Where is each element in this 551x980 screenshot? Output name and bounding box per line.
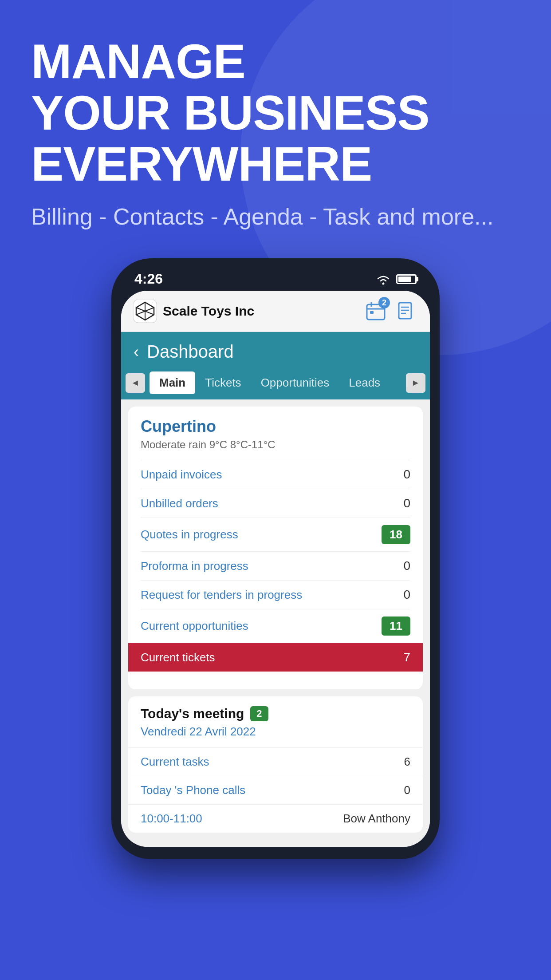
app-header-icons: 2 (364, 300, 417, 323)
tab-main[interactable]: Main (150, 371, 195, 394)
row-badge: 11 (382, 616, 410, 636)
main-card: Cupertino Moderate rain 9°C 8°C-11°C Unp… (128, 407, 423, 689)
meeting-row-tasks[interactable]: Current tasks 6 (128, 747, 423, 776)
back-button[interactable]: ‹ (134, 343, 139, 361)
row-value: 0 (393, 588, 410, 602)
phone-outer: 4:26 (111, 258, 440, 859)
calendar-badge: 2 (378, 297, 390, 308)
app-logo-area: Scale Toys Inc (134, 300, 254, 323)
meeting-row-time: 10:00-11:00 (141, 812, 202, 826)
meeting-badge: 2 (250, 706, 268, 721)
status-right (376, 273, 417, 285)
dashboard-content: Cupertino Moderate rain 9°C 8°C-11°C Unp… (121, 399, 430, 847)
meeting-row-calls[interactable]: Today 's Phone calls 0 (128, 776, 423, 804)
hero-section: MANAGE YOUR BUSINESS EVERYWHERE Billing … (0, 0, 551, 232)
tabs-bar: ◄ Main Tickets Opportunities Leads ► (121, 371, 430, 399)
company-name: Scale Toys Inc (163, 304, 254, 319)
history-button[interactable] (394, 300, 417, 323)
city-name: Cupertino (141, 417, 410, 436)
dashboard-bar: ‹ Dashboard (121, 332, 430, 371)
row-value: 0 (393, 467, 410, 482)
battery-icon (396, 274, 417, 284)
row-label: Current tickets (141, 651, 215, 664)
meeting-title: Today's meeting (141, 706, 244, 721)
calendar-button[interactable]: 2 (364, 300, 387, 323)
history-icon (396, 301, 416, 321)
row-label: Proforma in progress (141, 559, 248, 573)
row-value: 0 (393, 559, 410, 573)
app-logo (134, 300, 157, 323)
phone-mockup: 4:26 (0, 258, 551, 859)
svg-rect-10 (370, 311, 374, 314)
row-value: 0 (393, 496, 410, 510)
row-unpaid-invoices[interactable]: Unpaid invoices 0 (141, 460, 410, 489)
row-label: Request for tenders in progress (141, 588, 302, 602)
meeting-card: Today's meeting 2 Vendredi 22 Avril 2022… (128, 696, 423, 833)
tab-prev-button[interactable]: ◄ (126, 373, 145, 393)
row-unbilled-orders[interactable]: Unbilled orders 0 (141, 489, 410, 518)
hero-subtitle: Billing - Contacts - Agenda - Task and m… (31, 202, 520, 232)
tab-opportunities[interactable]: Opportunities (251, 371, 339, 394)
meeting-row-value: 6 (404, 755, 410, 769)
phone-screen: Scale Toys Inc 2 (121, 291, 430, 847)
card-bottom-spacer (128, 679, 423, 689)
row-label: Quotes in progress (141, 528, 238, 541)
tabs-list: Main Tickets Opportunities Leads (150, 371, 401, 394)
row-label: Unpaid invoices (141, 468, 222, 482)
row-badge: 18 (382, 525, 410, 544)
status-time: 4:26 (134, 271, 163, 287)
row-value: 7 (393, 650, 410, 664)
weather-info: Moderate rain 9°C 8°C-11°C (141, 439, 410, 451)
app-header: Scale Toys Inc 2 (121, 291, 430, 332)
meeting-row-label: Today 's Phone calls (141, 783, 245, 797)
hero-title: MANAGE YOUR BUSINESS EVERYWHERE (31, 36, 520, 190)
tab-leads[interactable]: Leads (339, 371, 390, 394)
svg-point-0 (382, 282, 385, 285)
status-bar: 4:26 (121, 271, 430, 287)
dashboard-title: Dashboard (147, 342, 234, 362)
row-proforma[interactable]: Proforma in progress 0 (141, 551, 410, 580)
row-quotes[interactable]: Quotes in progress 18 (141, 518, 410, 551)
main-card-inner: Cupertino Moderate rain 9°C 8°C-11°C Unp… (128, 407, 423, 679)
row-label: Unbilled orders (141, 497, 218, 510)
meeting-card-header: Today's meeting 2 (128, 696, 423, 725)
meeting-row-value: 0 (404, 783, 410, 797)
meeting-row-appointment[interactable]: 10:00-11:00 Bow Anthony (128, 804, 423, 833)
wifi-icon (376, 273, 391, 285)
meeting-row-person: Bow Anthony (343, 812, 410, 826)
row-tenders[interactable]: Request for tenders in progress 0 (141, 580, 410, 609)
row-opportunities[interactable]: Current opportunities 11 (141, 609, 410, 643)
meeting-row-label: Current tasks (141, 755, 209, 769)
tab-tickets[interactable]: Tickets (195, 371, 251, 394)
row-current-tickets[interactable]: Current tickets 7 (128, 643, 423, 672)
row-label: Current opportunities (141, 619, 248, 633)
meeting-date: Vendredi 22 Avril 2022 (128, 725, 423, 747)
tab-next-button[interactable]: ► (406, 373, 425, 393)
